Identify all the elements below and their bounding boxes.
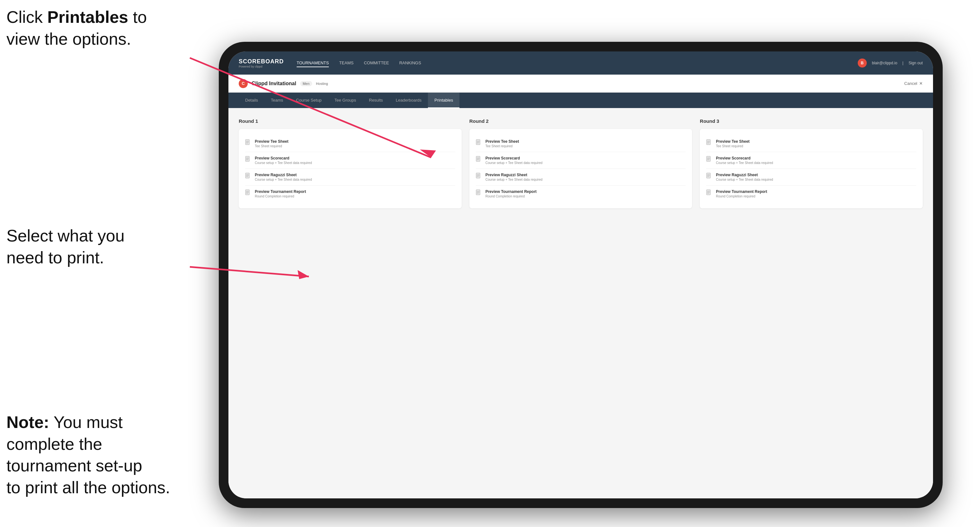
tab-course-setup[interactable]: Course Setup — [290, 93, 328, 108]
printable-item-r3-i1[interactable]: Preview Tee SheetTee Sheet required — [706, 135, 916, 152]
printable-item-r3-i3[interactable]: Preview Raguzzi SheetCourse setup + Tee … — [706, 169, 916, 186]
printable-info: Preview ScorecardCourse setup + Tee Shee… — [716, 156, 773, 165]
doc-icon — [476, 189, 482, 198]
nav-rankings[interactable]: RANKINGS — [399, 59, 421, 67]
printable-item-r1-i3[interactable]: Preview Raguzzi SheetCourse setup + Tee … — [245, 169, 455, 186]
tab-results[interactable]: Results — [363, 93, 389, 108]
main-content: Round 1 Preview Tee SheetTee Sheet requi… — [228, 108, 933, 498]
printable-item-r1-i2[interactable]: Preview ScorecardCourse setup + Tee Shee… — [245, 152, 455, 169]
printable-info: Preview Tee SheetTee Sheet required — [255, 139, 289, 148]
printable-subtitle: Tee Sheet required — [255, 144, 289, 148]
sign-out-link[interactable]: | — [902, 61, 904, 65]
printable-title: Preview Raguzzi Sheet — [716, 173, 773, 177]
annotation-middle: Select what youneed to print. — [6, 225, 124, 268]
printable-item-r3-i4[interactable]: Preview Tournament ReportRound Completio… — [706, 186, 916, 202]
printable-title: Preview Tournament Report — [485, 189, 537, 194]
doc-icon — [706, 173, 712, 181]
printable-title: Preview Tournament Report — [255, 189, 306, 194]
round-3-card: Preview Tee SheetTee Sheet required Prev… — [700, 129, 923, 208]
printable-title: Preview Tee Sheet — [255, 139, 289, 144]
printable-item-r3-i2[interactable]: Preview ScorecardCourse setup + Tee Shee… — [706, 152, 916, 169]
printable-item-r2-i4[interactable]: Preview Tournament ReportRound Completio… — [476, 186, 686, 202]
printable-info: Preview Tee SheetTee Sheet required — [485, 139, 519, 148]
printable-info: Preview ScorecardCourse setup + Tee Shee… — [255, 156, 312, 165]
tab-printables[interactable]: Printables — [428, 93, 460, 108]
printable-subtitle: Tee Sheet required — [485, 144, 519, 148]
sub-header-left: C Clippd Invitational Men Hosting — [239, 79, 904, 88]
cancel-button[interactable]: Cancel ✕ — [904, 81, 923, 86]
round-column-1: Round 1 Preview Tee SheetTee Sheet requi… — [239, 118, 462, 208]
nav-committee[interactable]: COMMITTEE — [364, 59, 389, 67]
printable-subtitle: Round Completion required — [716, 195, 767, 198]
round-2-title: Round 2 — [469, 118, 692, 124]
top-nav-links: TOURNAMENTS TEAMS COMMITTEE RANKINGS — [297, 59, 858, 67]
printable-info: Preview Tee SheetTee Sheet required — [716, 139, 749, 148]
printable-subtitle: Course setup + Tee Sheet data required — [716, 161, 773, 165]
top-nav-right: B blair@clippd.io | Sign out — [858, 59, 923, 68]
printable-item-r2-i1[interactable]: Preview Tee SheetTee Sheet required — [476, 135, 686, 152]
printable-title: Preview Tee Sheet — [485, 139, 519, 144]
round-2-card: Preview Tee SheetTee Sheet required Prev… — [469, 129, 692, 208]
doc-icon — [476, 173, 482, 181]
doc-icon — [476, 156, 482, 164]
cancel-text: Cancel — [904, 81, 917, 86]
note-bold: Note: — [6, 413, 49, 432]
doc-icon — [245, 156, 251, 164]
printable-subtitle: Course setup + Tee Sheet data required — [485, 161, 542, 165]
printable-subtitle: Course setup + Tee Sheet data required — [485, 178, 542, 181]
printable-title: Preview Raguzzi Sheet — [485, 173, 542, 177]
brand-title: SCOREBOARD — [239, 58, 284, 65]
printable-info: Preview Raguzzi SheetCourse setup + Tee … — [255, 173, 312, 181]
annotation-bottom: Note: You mustcomplete thetournament set… — [6, 411, 170, 498]
doc-icon — [706, 156, 712, 164]
doc-icon — [706, 139, 712, 148]
tab-teams[interactable]: Teams — [264, 93, 290, 108]
printable-subtitle: Round Completion required — [485, 195, 537, 198]
scoreboard-brand: SCOREBOARD Powered by clippd — [239, 58, 284, 68]
hosting-badge: Hosting — [316, 82, 328, 86]
printable-title: Preview Scorecard — [255, 156, 312, 160]
doc-icon — [706, 189, 712, 198]
doc-icon — [245, 189, 251, 198]
round-1-title: Round 1 — [239, 118, 462, 124]
doc-icon — [476, 139, 482, 148]
clippd-logo: C — [239, 79, 248, 88]
printable-item-r2-i3[interactable]: Preview Raguzzi SheetCourse setup + Tee … — [476, 169, 686, 186]
tab-details[interactable]: Details — [239, 93, 264, 108]
printable-title: Preview Raguzzi Sheet — [255, 173, 312, 177]
printable-info: Preview Raguzzi SheetCourse setup + Tee … — [716, 173, 773, 181]
tournament-gender-badge: Men — [300, 81, 312, 86]
nav-teams[interactable]: TEAMS — [339, 59, 353, 67]
printable-subtitle: Tee Sheet required — [716, 144, 749, 148]
user-email: blair@clippd.io — [872, 61, 897, 65]
sign-out-button[interactable]: Sign out — [908, 61, 923, 65]
doc-icon — [245, 173, 251, 181]
top-nav: SCOREBOARD Powered by clippd TOURNAMENTS… — [228, 51, 933, 75]
printable-subtitle: Course setup + Tee Sheet data required — [255, 161, 312, 165]
printable-info: Preview Tournament ReportRound Completio… — [716, 189, 767, 198]
printable-item-r1-i4[interactable]: Preview Tournament ReportRound Completio… — [245, 186, 455, 202]
tab-tee-groups[interactable]: Tee Groups — [328, 93, 363, 108]
doc-icon — [245, 139, 251, 148]
tab-bar: Details Teams Course Setup Tee Groups Re… — [228, 93, 933, 108]
printable-item-r2-i2[interactable]: Preview ScorecardCourse setup + Tee Shee… — [476, 152, 686, 169]
printable-info: Preview Raguzzi SheetCourse setup + Tee … — [485, 173, 542, 181]
tablet-frame: SCOREBOARD Powered by clippd TOURNAMENTS… — [219, 42, 943, 508]
printables-bold-text: Printables — [47, 8, 128, 26]
printable-title: Preview Tournament Report — [716, 189, 767, 194]
sub-header: C Clippd Invitational Men Hosting Cancel… — [228, 75, 933, 93]
tab-leaderboards[interactable]: Leaderboards — [389, 93, 428, 108]
round-1-card: Preview Tee SheetTee Sheet required Prev… — [239, 129, 462, 208]
tablet-screen: SCOREBOARD Powered by clippd TOURNAMENTS… — [228, 51, 933, 498]
annotation-top: Click Printables toview the options. — [6, 6, 147, 50]
printable-subtitle: Course setup + Tee Sheet data required — [255, 178, 312, 181]
round-column-2: Round 2 Preview Tee SheetTee Sheet requi… — [469, 118, 692, 208]
tournament-name: Clippd Invitational — [251, 81, 296, 86]
printable-info: Preview ScorecardCourse setup + Tee Shee… — [485, 156, 542, 165]
user-avatar: B — [858, 59, 867, 68]
printable-subtitle: Course setup + Tee Sheet data required — [716, 178, 773, 181]
printable-title: Preview Scorecard — [716, 156, 773, 160]
nav-tournaments[interactable]: TOURNAMENTS — [297, 59, 329, 67]
rounds-grid: Round 1 Preview Tee SheetTee Sheet requi… — [239, 118, 923, 208]
printable-item-r1-i1[interactable]: Preview Tee SheetTee Sheet required — [245, 135, 455, 152]
